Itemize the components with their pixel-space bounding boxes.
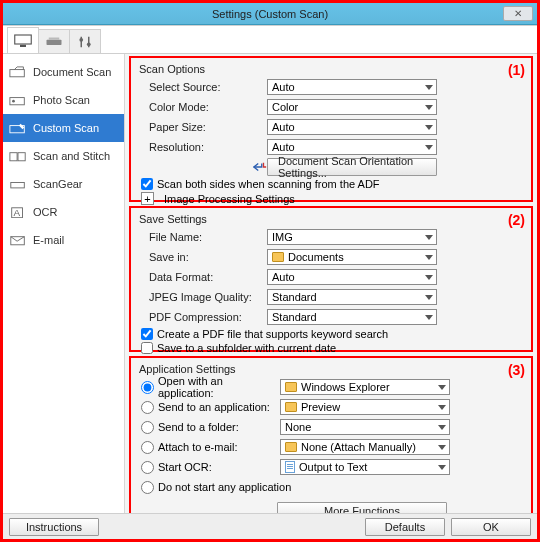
image-processing-expander[interactable]: + [141, 192, 154, 205]
sidebar-item-label: ScanGear [33, 178, 83, 190]
save-settings-group: (2) Save Settings File Name: IMG Save in… [129, 206, 533, 352]
orientation-settings-button[interactable]: Document Scan Orientation Settings... [267, 158, 437, 176]
email-icon [9, 233, 27, 247]
document-icon [285, 461, 295, 473]
color-mode-combo[interactable]: Color [267, 99, 437, 115]
resolution-label: Resolution: [139, 141, 267, 153]
scan-options-group: (1) Scan Options Select Source: Auto Col… [129, 56, 533, 202]
send-to-folder-label: Send to a folder: [158, 421, 280, 433]
svg-rect-3 [49, 37, 60, 39]
folder-icon [285, 442, 297, 452]
svg-rect-9 [10, 97, 24, 104]
window-title: Settings (Custom Scan) [212, 8, 328, 20]
resolution-combo[interactable]: Auto [267, 139, 437, 155]
sidebar-item-label: OCR [33, 206, 57, 218]
sidebar-item-label: Scan and Stitch [33, 150, 110, 162]
top-tabs [3, 26, 537, 54]
ocr-icon: A [9, 205, 27, 219]
title-bar: Settings (Custom Scan) ✕ [3, 3, 537, 25]
restore-default-icon[interactable] [247, 161, 267, 173]
start-ocr-label: Start OCR: [158, 461, 280, 473]
group-number-3: (3) [508, 362, 525, 378]
send-to-folder-combo[interactable]: None [280, 419, 450, 435]
open-with-app-combo[interactable]: Windows Explorer [280, 379, 450, 395]
folder-icon [285, 402, 297, 412]
folder-icon [272, 252, 284, 262]
scan-both-sides-checkbox[interactable]: Scan both sides when scanning from the A… [141, 178, 523, 190]
open-with-app-label: Open with an application: [158, 375, 280, 399]
save-in-combo[interactable]: Documents [267, 249, 437, 265]
send-to-app-combo[interactable]: Preview [280, 399, 450, 415]
sliders-icon [76, 35, 94, 49]
sidebar-item-scan-and-stitch[interactable]: Scan and Stitch [3, 142, 124, 170]
document-scan-icon [9, 65, 27, 79]
sidebar-item-ocr[interactable]: A OCR [3, 198, 124, 226]
send-to-app-radio[interactable] [141, 401, 154, 414]
send-to-folder-radio[interactable] [141, 421, 154, 434]
send-to-app-label: Send to an application: [158, 401, 280, 413]
save-in-label: Save in: [139, 251, 267, 263]
svg-rect-2 [47, 39, 62, 44]
svg-point-7 [87, 42, 91, 46]
attach-email-combo[interactable]: None (Attach Manually) [280, 439, 450, 455]
file-name-field[interactable]: IMG [267, 229, 437, 245]
sidebar-item-photo-scan[interactable]: Photo Scan [3, 86, 124, 114]
select-source-label: Select Source: [139, 81, 267, 93]
photo-scan-icon [9, 93, 27, 107]
scanner-icon [45, 35, 63, 49]
svg-point-10 [12, 100, 15, 103]
sidebar-item-label: E-mail [33, 234, 64, 246]
svg-rect-12 [10, 152, 17, 160]
sidebar-item-custom-scan[interactable]: Custom Scan [3, 114, 124, 142]
svg-rect-1 [20, 44, 26, 46]
data-format-label: Data Format: [139, 271, 267, 283]
jpeg-quality-combo[interactable]: Standard [267, 289, 437, 305]
scan-options-title: Scan Options [139, 63, 523, 75]
application-settings-group: (3) Application Settings Open with an ap… [129, 356, 533, 513]
tab-scan-from-computer[interactable] [7, 27, 39, 53]
sidebar-item-scangear[interactable]: ScanGear [3, 170, 124, 198]
sidebar-item-document-scan[interactable]: Document Scan [3, 58, 124, 86]
instructions-button[interactable]: Instructions [9, 518, 99, 536]
start-ocr-radio[interactable] [141, 461, 154, 474]
save-settings-title: Save Settings [139, 213, 523, 225]
svg-rect-13 [18, 152, 25, 160]
sidebar-item-email[interactable]: E-mail [3, 226, 124, 254]
start-ocr-combo[interactable]: Output to Text [280, 459, 450, 475]
select-source-combo[interactable]: Auto [267, 79, 437, 95]
paper-size-label: Paper Size: [139, 121, 267, 133]
pdf-compression-label: PDF Compression: [139, 311, 267, 323]
sidebar-item-label: Document Scan [33, 66, 111, 78]
group-number-1: (1) [508, 62, 525, 78]
data-format-combo[interactable]: Auto [267, 269, 437, 285]
scangear-icon [9, 177, 27, 191]
paper-size-combo[interactable]: Auto [267, 119, 437, 135]
defaults-button[interactable]: Defaults [365, 518, 445, 536]
svg-rect-8 [10, 69, 24, 76]
close-button[interactable]: ✕ [503, 6, 533, 21]
tab-scan-from-panel[interactable] [38, 29, 70, 53]
app-window: Settings (Custom Scan) ✕ Document Scan [0, 0, 540, 542]
open-with-app-radio[interactable] [141, 381, 154, 394]
group-number-2: (2) [508, 212, 525, 228]
file-name-label: File Name: [139, 231, 267, 243]
svg-rect-0 [15, 35, 32, 44]
tab-general-settings[interactable] [69, 29, 101, 53]
ok-button[interactable]: OK [451, 518, 531, 536]
footer: Instructions Defaults OK [3, 513, 537, 539]
more-functions-button[interactable]: More Functions [277, 502, 447, 514]
sidebar: Document Scan Photo Scan Custom Scan Sca… [3, 54, 125, 513]
image-processing-label: Image Processing Settings [164, 193, 295, 205]
svg-rect-14 [11, 182, 24, 187]
folder-icon [285, 382, 297, 392]
sidebar-item-label: Custom Scan [33, 122, 99, 134]
attach-email-radio[interactable] [141, 441, 154, 454]
do-not-start-radio[interactable] [141, 481, 154, 494]
jpeg-quality-label: JPEG Image Quality: [139, 291, 267, 303]
svg-text:A: A [14, 207, 21, 218]
pdf-compression-combo[interactable]: Standard [267, 309, 437, 325]
color-mode-label: Color Mode: [139, 101, 267, 113]
create-pdf-keyword-checkbox[interactable]: Create a PDF file that supports keyword … [141, 328, 523, 340]
save-subfolder-checkbox[interactable]: Save to a subfolder with current date [141, 342, 523, 354]
stitch-icon [9, 149, 27, 163]
